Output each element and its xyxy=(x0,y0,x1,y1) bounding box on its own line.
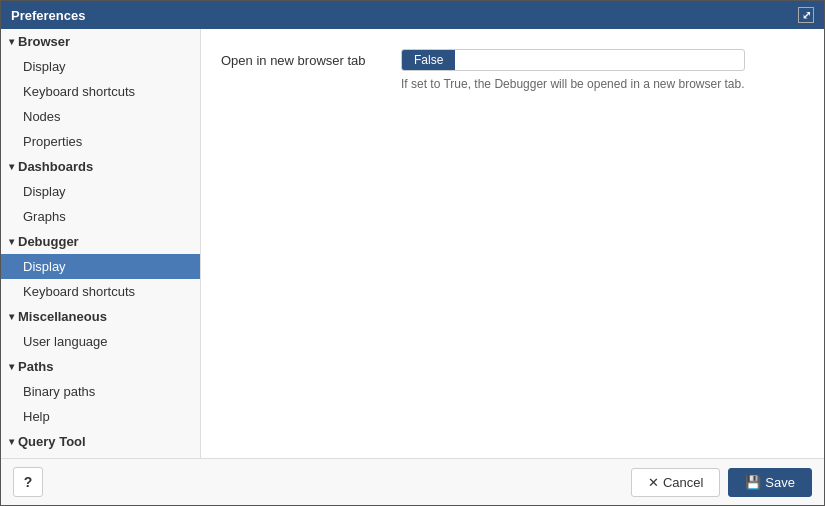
sidebar-item-debugger-display[interactable]: Display xyxy=(1,254,200,279)
sidebar-item-browser-nodes[interactable]: Nodes xyxy=(1,104,200,129)
sidebar-item-paths-binary-paths[interactable]: Binary paths xyxy=(1,379,200,404)
sidebar-group-label-browser: Browser xyxy=(18,34,70,49)
save-icon: 💾 xyxy=(745,475,761,490)
sidebar-item-browser-display[interactable]: Display xyxy=(1,54,200,79)
chevron-icon: ▾ xyxy=(9,436,14,447)
sidebar-group-header-miscellaneous[interactable]: ▾ Miscellaneous xyxy=(1,304,200,329)
chevron-icon: ▾ xyxy=(9,361,14,372)
sidebar-group-label-paths: Paths xyxy=(18,359,53,374)
toggle-button[interactable]: False xyxy=(401,49,745,71)
preferences-window: Preferences ⤢ ▾ Browser Display Keyboard… xyxy=(0,0,825,506)
sidebar-group-header-dashboards[interactable]: ▾ Dashboards xyxy=(1,154,200,179)
cancel-label: Cancel xyxy=(663,475,703,490)
sidebar-group-dashboards: ▾ Dashboards Display Graphs xyxy=(1,154,200,229)
cancel-button[interactable]: ✕ Cancel xyxy=(631,468,720,497)
toggle-false-option[interactable]: False xyxy=(402,50,455,70)
sidebar-group-header-query-tool[interactable]: ▾ Query Tool xyxy=(1,429,200,454)
sidebar: ▾ Browser Display Keyboard shortcuts Nod… xyxy=(1,29,201,458)
setting-control: False If set to True, the Debugger will … xyxy=(401,49,745,91)
cancel-icon: ✕ xyxy=(648,475,659,490)
expand-button[interactable]: ⤢ xyxy=(798,7,814,23)
chevron-icon: ▾ xyxy=(9,161,14,172)
chevron-icon: ▾ xyxy=(9,36,14,47)
sidebar-group-paths: ▾ Paths Binary paths Help xyxy=(1,354,200,429)
sidebar-item-browser-keyboard-shortcuts[interactable]: Keyboard shortcuts xyxy=(1,79,200,104)
sidebar-item-paths-help[interactable]: Help xyxy=(1,404,200,429)
sidebar-item-browser-properties[interactable]: Properties xyxy=(1,129,200,154)
sidebar-group-debugger: ▾ Debugger Display Keyboard shortcuts xyxy=(1,229,200,304)
sidebar-group-label-dashboards: Dashboards xyxy=(18,159,93,174)
save-label: Save xyxy=(765,475,795,490)
chevron-icon: ▾ xyxy=(9,236,14,247)
content-panel: Open in new browser tab False If set to … xyxy=(201,29,824,458)
setting-row-open-in-new-browser-tab: Open in new browser tab False If set to … xyxy=(221,49,804,91)
sidebar-item-dashboards-graphs[interactable]: Graphs xyxy=(1,204,200,229)
sidebar-group-label-debugger: Debugger xyxy=(18,234,79,249)
setting-label: Open in new browser tab xyxy=(221,49,381,68)
chevron-icon: ▾ xyxy=(9,311,14,322)
sidebar-item-dashboards-display[interactable]: Display xyxy=(1,179,200,204)
sidebar-group-header-browser[interactable]: ▾ Browser xyxy=(1,29,200,54)
main-content: ▾ Browser Display Keyboard shortcuts Nod… xyxy=(1,29,824,458)
save-button[interactable]: 💾 Save xyxy=(728,468,812,497)
help-button[interactable]: ? xyxy=(13,467,43,497)
sidebar-group-browser: ▾ Browser Display Keyboard shortcuts Nod… xyxy=(1,29,200,154)
sidebar-group-label-query-tool: Query Tool xyxy=(18,434,86,449)
sidebar-group-query-tool: ▾ Query Tool Auto completion CSV Output … xyxy=(1,429,200,458)
footer: ? ✕ Cancel 💾 Save xyxy=(1,458,824,505)
sidebar-item-debugger-keyboard-shortcuts[interactable]: Keyboard shortcuts xyxy=(1,279,200,304)
sidebar-group-miscellaneous: ▾ Miscellaneous User language xyxy=(1,304,200,354)
sidebar-group-label-miscellaneous: Miscellaneous xyxy=(18,309,107,324)
sidebar-group-header-debugger[interactable]: ▾ Debugger xyxy=(1,229,200,254)
sidebar-group-header-paths[interactable]: ▾ Paths xyxy=(1,354,200,379)
setting-description: If set to True, the Debugger will be ope… xyxy=(401,77,745,91)
sidebar-item-miscellaneous-user-language[interactable]: User language xyxy=(1,329,200,354)
footer-right: ✕ Cancel 💾 Save xyxy=(631,468,812,497)
title-bar: Preferences ⤢ xyxy=(1,1,824,29)
window-title: Preferences xyxy=(11,8,85,23)
